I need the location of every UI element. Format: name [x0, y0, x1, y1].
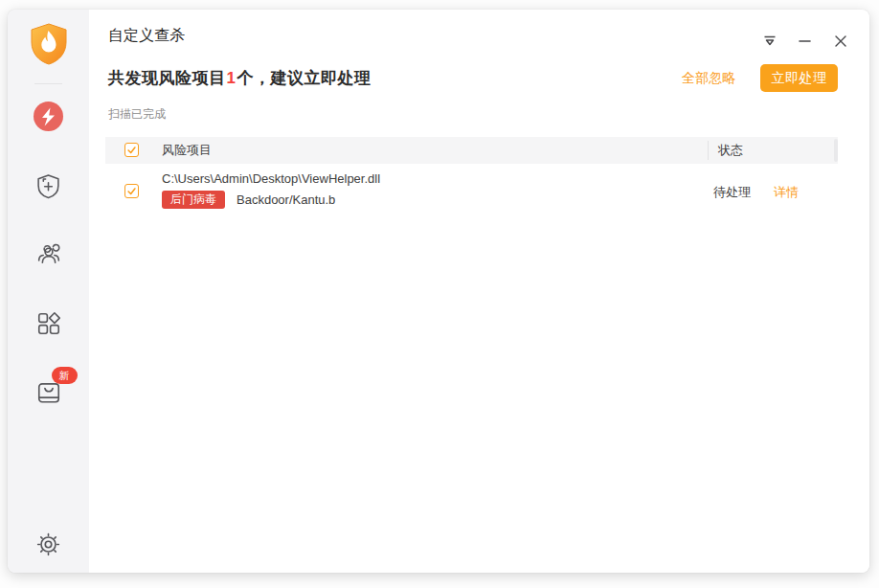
- new-badge: 新: [52, 367, 78, 384]
- hide-to-tray-icon[interactable]: [761, 33, 778, 49]
- window-controls: [761, 33, 848, 49]
- select-all-checkbox[interactable]: [124, 143, 139, 157]
- close-icon[interactable]: [832, 33, 848, 49]
- ignore-all-link[interactable]: 全部忽略: [682, 70, 735, 87]
- row-checkbox[interactable]: [124, 184, 139, 198]
- column-header-status: 状态: [718, 142, 743, 159]
- risk-count: 1: [226, 69, 237, 87]
- sidebar-item-toolbox[interactable]: [8, 310, 89, 337]
- main-panel: 自定义查杀 共发现风险项目1个，建议立即处理 全部忽略: [89, 10, 869, 573]
- sidebar-item-community[interactable]: [8, 240, 89, 267]
- scrollbar[interactable]: [834, 139, 838, 162]
- risk-summary: 共发现风险项目1个，建议立即处理: [108, 67, 371, 89]
- threat-name: Backdoor/Kantu.b: [237, 192, 335, 207]
- users-icon: [35, 240, 62, 267]
- app-window: 新 自定义查杀: [8, 10, 869, 573]
- threat-info: 后门病毒 Backdoor/Kantu.b: [162, 191, 335, 209]
- risk-summary-prefix: 共发现风险项目: [108, 69, 226, 87]
- sidebar-item-settings[interactable]: [8, 532, 89, 556]
- status-text: 待处理: [713, 184, 751, 201]
- sidebar-item-virus-scan[interactable]: [8, 102, 89, 131]
- shield-plus-icon: [35, 173, 61, 199]
- table-header: 风险项目 状态: [105, 137, 838, 164]
- virus-scan-lightning-icon: [34, 102, 63, 131]
- risk-file-path: C:\Users\Admin\Desktop\ViewHelper.dll: [162, 171, 380, 186]
- sidebar-item-upgrade[interactable]: 新: [8, 379, 89, 406]
- settings-gear-icon: [36, 532, 60, 556]
- threat-type-badge: 后门病毒: [162, 191, 225, 209]
- sidebar: 新: [8, 10, 89, 573]
- minimize-icon[interactable]: [797, 33, 813, 49]
- sidebar-item-protection[interactable]: [8, 173, 89, 199]
- risk-summary-suffix: 个，建议立即处理: [237, 69, 371, 87]
- page-title: 自定义查杀: [108, 26, 185, 46]
- summary-actions: 全部忽略 立即处理: [682, 64, 838, 92]
- sidebar-divider: [34, 83, 62, 84]
- risk-table: 风险项目 状态 C:\Users\Admin\Desktop\ViewHelpe…: [105, 137, 838, 218]
- app-logo: [8, 23, 89, 65]
- handle-now-button[interactable]: 立即处理: [760, 64, 838, 92]
- brand-shield-flame-logo-icon: [30, 23, 68, 65]
- scan-status-text: 扫描已完成: [108, 106, 166, 123]
- detail-link[interactable]: 详情: [774, 184, 799, 201]
- table-row: C:\Users\Admin\Desktop\ViewHelper.dll 后门…: [105, 164, 838, 218]
- column-header-risk-item: 风险项目: [162, 142, 212, 159]
- column-divider: [708, 141, 709, 160]
- toolbox-grid-icon: [35, 310, 62, 337]
